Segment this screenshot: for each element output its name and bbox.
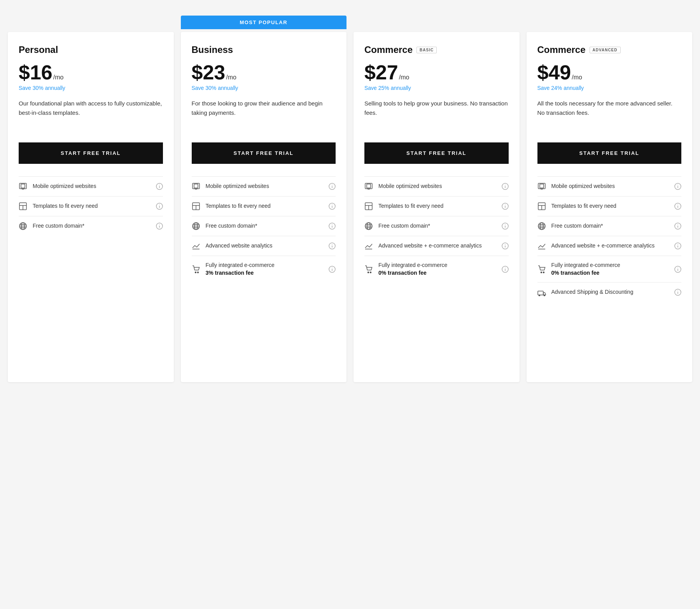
- info-icon[interactable]: [502, 266, 509, 273]
- plan-card-commerce-advanced: CommerceADVANCED$49/moSave 24% annuallyA…: [527, 32, 693, 382]
- feature-left: Mobile optimized websites: [192, 182, 269, 191]
- info-icon[interactable]: [329, 266, 336, 273]
- price-amount: $49: [537, 62, 571, 82]
- feature-text: Mobile optimized websites: [206, 183, 269, 190]
- svg-point-112: [539, 295, 540, 296]
- feature-left: Advanced Shipping & Discounting: [537, 288, 634, 297]
- svg-point-106: [541, 272, 542, 273]
- info-icon[interactable]: [502, 183, 509, 190]
- features-list: Mobile optimized websites Templates to f…: [537, 176, 682, 302]
- feature-left: Templates to fit every need: [537, 202, 616, 211]
- svg-point-33: [332, 205, 332, 205]
- svg-point-71: [505, 225, 506, 225]
- feature-text: Templates to fit every need: [33, 202, 98, 210]
- svg-point-63: [505, 205, 506, 205]
- info-icon[interactable]: [674, 203, 681, 210]
- info-icon[interactable]: [502, 242, 509, 249]
- info-icon[interactable]: [156, 223, 163, 230]
- feature-text: Mobile optimized websites: [33, 183, 96, 190]
- plan-name: Personal: [19, 44, 163, 55]
- plan-wrapper-commerce-basic: CommerceBASIC$27/moSave 25% annuallySell…: [354, 32, 520, 382]
- start-trial-button[interactable]: START FREE TRIAL: [19, 142, 163, 164]
- feature-item: Fully integrated e-commerce3% transactio…: [192, 256, 336, 282]
- plan-wrapper-commerce-advanced: CommerceADVANCED$49/moSave 24% annuallyA…: [527, 32, 693, 382]
- templates-icon: [364, 202, 373, 211]
- svg-point-27: [332, 185, 332, 186]
- info-icon[interactable]: [674, 242, 681, 249]
- svg-point-47: [197, 272, 198, 273]
- feature-text: Fully integrated e-commerce0% transactio…: [551, 262, 620, 277]
- info-icon[interactable]: [329, 242, 336, 249]
- info-icon[interactable]: [674, 289, 681, 296]
- info-icon[interactable]: [674, 223, 681, 230]
- plan-description: For those looking to grow their audience…: [192, 99, 336, 130]
- feature-left: Free custom domain*: [19, 222, 84, 230]
- feature-text: Free custom domain*: [378, 222, 430, 230]
- svg-point-80: [505, 267, 506, 268]
- feature-left: Advanced website analytics: [192, 242, 273, 250]
- feature-text: Advanced website + e-commerce analytics: [378, 242, 482, 250]
- svg-point-41: [332, 225, 332, 225]
- svg-point-12: [159, 205, 160, 205]
- feature-left: Mobile optimized websites: [19, 182, 96, 191]
- svg-point-75: [505, 244, 506, 245]
- start-trial-button[interactable]: START FREE TRIAL: [192, 142, 336, 164]
- info-icon[interactable]: [156, 183, 163, 190]
- info-icon[interactable]: [674, 266, 681, 273]
- feature-item: Templates to fit every need: [192, 196, 336, 216]
- info-icon[interactable]: [674, 183, 681, 190]
- feature-left: Mobile optimized websites: [364, 182, 442, 191]
- feature-text: Free custom domain*: [206, 222, 257, 230]
- svg-point-77: [370, 272, 371, 273]
- price-amount: $27: [364, 62, 398, 82]
- plan-description: Selling tools to help grow your business…: [364, 99, 509, 130]
- price-period: /mo: [226, 74, 236, 81]
- plan-card-personal: Personal$16/moSave 30% annuallyOur found…: [8, 32, 174, 382]
- feature-text: Mobile optimized websites: [378, 183, 442, 190]
- plan-card-commerce-basic: CommerceBASIC$27/moSave 25% annuallySell…: [354, 32, 520, 382]
- start-trial-button[interactable]: START FREE TRIAL: [537, 142, 682, 164]
- feature-item: Fully integrated e-commerce0% transactio…: [364, 256, 509, 282]
- svg-point-50: [332, 267, 332, 268]
- features-list: Mobile optimized websites Templates to f…: [364, 176, 509, 282]
- feature-text: Free custom domain*: [551, 222, 603, 230]
- svg-point-113: [544, 295, 545, 296]
- feature-item: Mobile optimized websites: [364, 176, 509, 196]
- feature-left: Free custom domain*: [192, 222, 257, 230]
- info-icon[interactable]: [329, 223, 336, 230]
- feature-item: Mobile optimized websites: [19, 176, 163, 196]
- mobile-website-icon: [192, 182, 200, 191]
- feature-left: Templates to fit every need: [19, 202, 98, 211]
- price-save: Save 24% annually: [537, 85, 682, 91]
- plan-name: CommerceBASIC: [364, 44, 509, 55]
- info-icon[interactable]: [329, 203, 336, 210]
- price-save: Save 30% annually: [192, 85, 336, 91]
- plan-wrapper-personal: Personal$16/moSave 30% annuallyOur found…: [8, 32, 174, 382]
- feature-left: Templates to fit every need: [192, 202, 271, 211]
- ecommerce-icon: [537, 265, 546, 274]
- info-icon[interactable]: [502, 223, 509, 230]
- feature-text: Advanced website + e-commerce analytics: [551, 242, 655, 250]
- feature-text: Fully integrated e-commerce0% transactio…: [378, 262, 447, 277]
- price-period: /mo: [399, 74, 410, 81]
- start-trial-button[interactable]: START FREE TRIAL: [364, 142, 509, 164]
- domain-icon: [537, 222, 546, 230]
- feature-item: Advanced Shipping & Discounting: [537, 282, 682, 302]
- svg-point-6: [159, 185, 160, 186]
- plan-card-business: Business$23/moSave 30% annuallyFor those…: [181, 32, 347, 382]
- svg-point-105: [677, 244, 678, 245]
- feature-left: Fully integrated e-commerce0% transactio…: [364, 262, 447, 277]
- feature-left: Advanced website + e-commerce analytics: [537, 242, 655, 250]
- domain-icon: [19, 222, 27, 230]
- templates-icon: [192, 202, 200, 211]
- svg-rect-1: [21, 184, 25, 188]
- info-icon[interactable]: [329, 183, 336, 190]
- ecommerce-icon: [192, 265, 200, 274]
- info-icon[interactable]: [502, 203, 509, 210]
- price-save: Save 25% annually: [364, 85, 509, 91]
- info-icon[interactable]: [156, 203, 163, 210]
- svg-rect-111: [538, 291, 543, 295]
- plan-tier-badge: ADVANCED: [590, 47, 621, 53]
- mobile-website-icon: [19, 182, 27, 191]
- svg-point-110: [677, 267, 678, 268]
